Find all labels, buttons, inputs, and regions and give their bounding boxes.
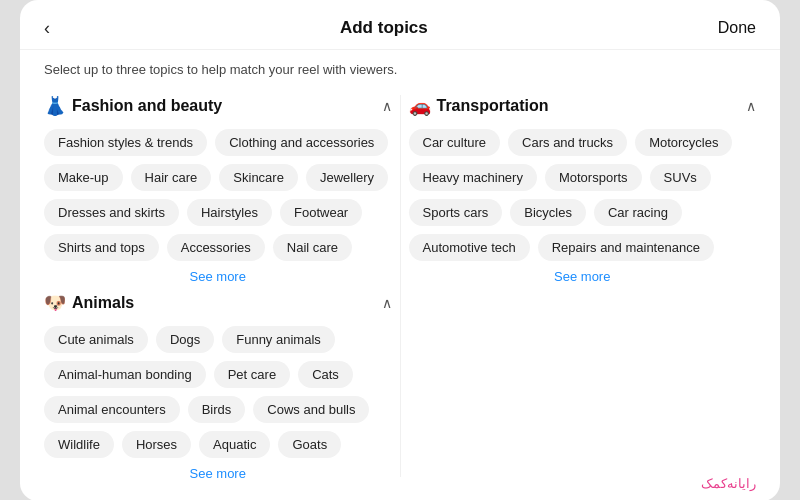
animals-collapse-icon[interactable]: ∧ bbox=[382, 295, 392, 311]
tag-goats[interactable]: Goats bbox=[278, 431, 341, 458]
tag-motorcycles[interactable]: Motorcycles bbox=[635, 129, 732, 156]
tag-birds[interactable]: Birds bbox=[188, 396, 246, 423]
animals-emoji: 🐶 bbox=[44, 292, 66, 314]
transport-see-more[interactable]: See more bbox=[409, 269, 757, 284]
header-title: Add topics bbox=[340, 18, 428, 38]
transport-tags: Car culture Cars and trucks Motorcycles … bbox=[409, 129, 757, 261]
tag-clothing[interactable]: Clothing and accessories bbox=[215, 129, 388, 156]
animals-section-header: 🐶 Animals ∧ bbox=[44, 292, 392, 314]
header: ‹ Add topics Done bbox=[20, 0, 780, 50]
tag-wildlife[interactable]: Wildlife bbox=[44, 431, 114, 458]
subtitle-text: Select up to three topics to help match … bbox=[20, 50, 780, 87]
fashion-title-text: Fashion and beauty bbox=[72, 97, 222, 115]
tag-heavy-machinery[interactable]: Heavy machinery bbox=[409, 164, 537, 191]
right-column: 🚗 Transportation ∧ Car culture Cars and … bbox=[401, 87, 765, 485]
tag-accessories[interactable]: Accessories bbox=[167, 234, 265, 261]
back-button[interactable]: ‹ bbox=[44, 18, 50, 39]
tag-hairstyles[interactable]: Hairstyles bbox=[187, 199, 272, 226]
tag-skincare[interactable]: Skincare bbox=[219, 164, 298, 191]
fashion-tags: Fashion styles & trends Clothing and acc… bbox=[44, 129, 392, 261]
tag-dogs[interactable]: Dogs bbox=[156, 326, 214, 353]
left-column: 👗 Fashion and beauty ∧ Fashion styles & … bbox=[36, 87, 400, 485]
tag-suvs[interactable]: SUVs bbox=[650, 164, 711, 191]
tag-horses[interactable]: Horses bbox=[122, 431, 191, 458]
tag-car-culture[interactable]: Car culture bbox=[409, 129, 501, 156]
done-button[interactable]: Done bbox=[718, 19, 756, 37]
watermark: رایانه‌کمک bbox=[701, 476, 756, 491]
animals-title: 🐶 Animals bbox=[44, 292, 134, 314]
animals-tags: Cute animals Dogs Funny animals Animal-h… bbox=[44, 326, 392, 458]
animals-title-text: Animals bbox=[72, 294, 134, 312]
fashion-title: 👗 Fashion and beauty bbox=[44, 95, 222, 117]
tag-car-racing[interactable]: Car racing bbox=[594, 199, 682, 226]
tag-aquatic[interactable]: Aquatic bbox=[199, 431, 270, 458]
transport-collapse-icon[interactable]: ∧ bbox=[746, 98, 756, 114]
tag-shirts[interactable]: Shirts and tops bbox=[44, 234, 159, 261]
tag-bicycles[interactable]: Bicycles bbox=[510, 199, 586, 226]
tag-dresses[interactable]: Dresses and skirts bbox=[44, 199, 179, 226]
tag-pet-care[interactable]: Pet care bbox=[214, 361, 290, 388]
fashion-collapse-icon[interactable]: ∧ bbox=[382, 98, 392, 114]
tag-footwear[interactable]: Footwear bbox=[280, 199, 362, 226]
tag-makeup[interactable]: Make-up bbox=[44, 164, 123, 191]
tag-nail-care[interactable]: Nail care bbox=[273, 234, 352, 261]
tag-sports-cars[interactable]: Sports cars bbox=[409, 199, 503, 226]
tag-cows[interactable]: Cows and bulls bbox=[253, 396, 369, 423]
tag-animal-encounters[interactable]: Animal encounters bbox=[44, 396, 180, 423]
transport-title: 🚗 Transportation bbox=[409, 95, 549, 117]
transport-emoji: 🚗 bbox=[409, 95, 431, 117]
tag-motorsports[interactable]: Motorsports bbox=[545, 164, 642, 191]
fashion-section-header: 👗 Fashion and beauty ∧ bbox=[44, 95, 392, 117]
transport-title-text: Transportation bbox=[437, 97, 549, 115]
tag-fashion-styles[interactable]: Fashion styles & trends bbox=[44, 129, 207, 156]
tag-cats[interactable]: Cats bbox=[298, 361, 353, 388]
tag-repairs[interactable]: Repairs and maintenance bbox=[538, 234, 714, 261]
tag-haircare[interactable]: Hair care bbox=[131, 164, 212, 191]
tag-cars-trucks[interactable]: Cars and trucks bbox=[508, 129, 627, 156]
main-card: ‹ Add topics Done Select up to three top… bbox=[20, 0, 780, 500]
fashion-see-more[interactable]: See more bbox=[44, 269, 392, 284]
animals-see-more[interactable]: See more bbox=[44, 466, 392, 481]
tag-automotive-tech[interactable]: Automotive tech bbox=[409, 234, 530, 261]
tag-animal-human[interactable]: Animal-human bonding bbox=[44, 361, 206, 388]
transport-section-header: 🚗 Transportation ∧ bbox=[409, 95, 757, 117]
tag-cute-animals[interactable]: Cute animals bbox=[44, 326, 148, 353]
fashion-emoji: 👗 bbox=[44, 95, 66, 117]
content-area: 👗 Fashion and beauty ∧ Fashion styles & … bbox=[20, 87, 780, 485]
tag-funny-animals[interactable]: Funny animals bbox=[222, 326, 335, 353]
tag-jewellery[interactable]: Jewellery bbox=[306, 164, 388, 191]
